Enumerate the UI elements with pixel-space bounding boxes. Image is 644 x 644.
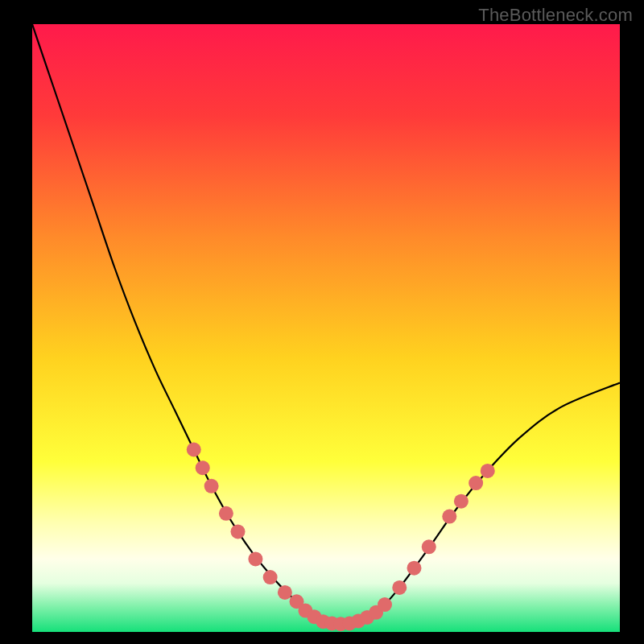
marker-dot: [187, 443, 201, 457]
marker-dot: [454, 494, 469, 509]
marker-dot: [231, 524, 246, 539]
marker-dot: [378, 597, 392, 612]
plot-area: [32, 24, 620, 632]
marker-dot: [422, 539, 436, 554]
marker-dot: [442, 510, 456, 524]
marker-dot: [481, 464, 495, 478]
marker-dot: [278, 585, 292, 600]
marker-dot: [196, 460, 210, 475]
plot-svg: [32, 24, 620, 632]
marker-dot: [263, 570, 278, 584]
marker-dot: [469, 476, 483, 490]
chart-container: TheBottleneck.com: [0, 0, 644, 644]
marker-dot: [219, 506, 233, 521]
gradient-background: [32, 24, 620, 632]
marker-dot: [204, 479, 219, 493]
marker-dot: [407, 561, 422, 576]
marker-dot: [392, 580, 407, 595]
marker-dot: [248, 551, 262, 566]
watermark-text: TheBottleneck.com: [478, 5, 633, 26]
